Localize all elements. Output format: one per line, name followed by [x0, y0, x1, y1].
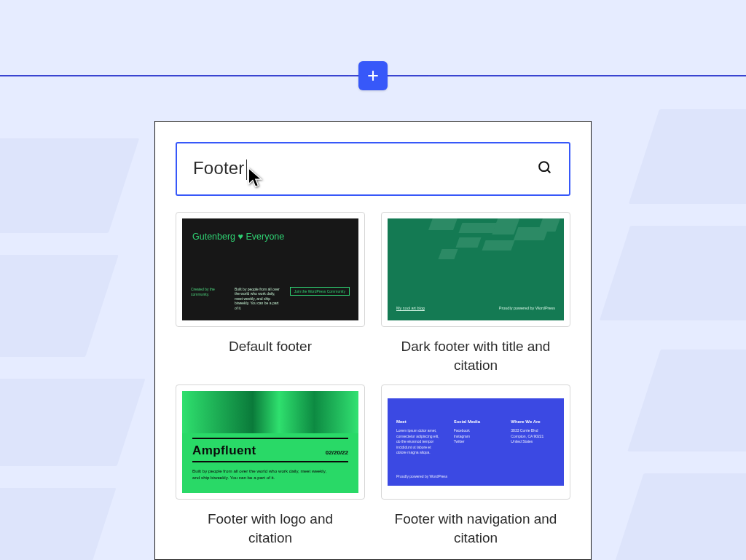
pattern-thumbnail: Meet Lorem ipsum dolor amet, consectetur…	[381, 384, 570, 500]
pattern-card-default-footer[interactable]: Gutenberg ♥ Everyone Created by the comm…	[176, 212, 365, 374]
plus-icon	[366, 68, 380, 83]
search-input[interactable]: Footer	[176, 142, 570, 196]
pattern-thumbnail: Gutenberg ♥ Everyone Created by the comm…	[176, 212, 365, 327]
block-inserter-panel: Footer Gutenberg ♥ Everyone Created by t…	[154, 121, 592, 560]
pattern-card-dark-footer[interactable]: My cool art blog Proudly powered by Word…	[381, 212, 570, 374]
pattern-thumbnail: Ampfluent 02/20/22 Built by people from …	[176, 384, 365, 500]
pattern-card-logo-footer[interactable]: Ampfluent 02/20/22 Built by people from …	[176, 384, 365, 547]
pattern-grid: Gutenberg ♥ Everyone Created by the comm…	[176, 212, 570, 548]
pattern-label: Footer with navigation and citation	[392, 510, 560, 547]
pattern-thumbnail: My cool art blog Proudly powered by Word…	[381, 212, 570, 327]
add-block-button[interactable]	[358, 61, 388, 90]
pattern-label: Default footer	[229, 337, 312, 356]
pattern-card-nav-footer[interactable]: Meet Lorem ipsum dolor amet, consectetur…	[381, 384, 570, 547]
search-input-value: Footer	[193, 158, 537, 180]
pattern-label: Footer with logo and citation	[186, 510, 354, 547]
pattern-label: Dark footer with title and citation	[392, 337, 560, 374]
svg-point-0	[539, 162, 549, 171]
search-icon	[537, 159, 553, 178]
